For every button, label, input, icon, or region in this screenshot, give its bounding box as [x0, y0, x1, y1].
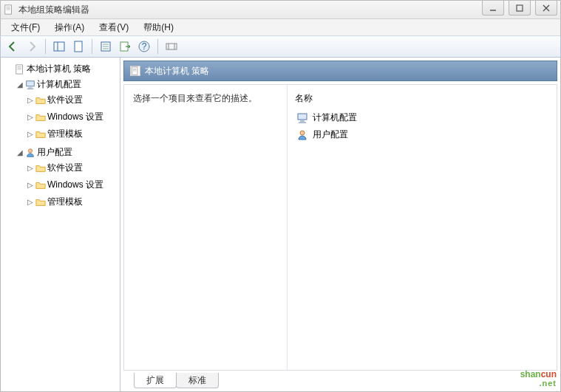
- user-icon: [296, 129, 308, 141]
- help-icon: [138, 41, 150, 52]
- tree-label: Windows 设置: [47, 111, 103, 123]
- tree-computer-templates[interactable]: ▷管理模板: [24, 127, 120, 141]
- folder-icon: [35, 112, 46, 123]
- tab-standard[interactable]: 标准: [176, 373, 219, 388]
- page-icon: [72, 41, 84, 52]
- computer-icon: [296, 112, 308, 124]
- tree-label: 管理模板: [47, 196, 83, 208]
- tree-pane: 本地计算机 策略 ◢ 计算机配置 ▷软件设置 ▷Windows 设置 ▷管理模板: [1, 58, 120, 391]
- help-button[interactable]: [135, 38, 153, 55]
- close-button[interactable]: [535, 1, 557, 16]
- expand-icon: ▷: [27, 181, 34, 189]
- menu-file[interactable]: 文件(F): [4, 20, 47, 35]
- menu-action[interactable]: 操作(A): [47, 20, 92, 35]
- title-bar: 本地组策略编辑器: [0, 0, 561, 19]
- expand-icon: ▷: [27, 96, 34, 104]
- folder-icon: [35, 197, 46, 207]
- tree-label: 用户配置: [37, 146, 72, 159]
- tree-user-software[interactable]: ▷软件设置: [24, 161, 120, 175]
- toolbar-separator: [92, 39, 92, 54]
- list-column: 名称 计算机配置 用户配置: [287, 85, 557, 370]
- tree-label: Windows 设置: [47, 179, 103, 191]
- policy-tree: 本地计算机 策略 ◢ 计算机配置 ▷软件设置 ▷Windows 设置 ▷管理模板: [1, 61, 120, 213]
- toolbar-separator: [157, 39, 158, 54]
- folder-icon: [35, 180, 46, 190]
- tree-label: 软件设置: [47, 94, 83, 106]
- tree-label: 管理模板: [47, 128, 83, 140]
- list-item-label: 用户配置: [313, 128, 348, 141]
- document-icon: [15, 64, 25, 75]
- properties-button[interactable]: [97, 38, 115, 55]
- watermark-text-b: cun: [541, 369, 557, 379]
- watermark-text-a: shan: [520, 369, 541, 379]
- view-tabs: 扩展 标准: [123, 372, 557, 388]
- tab-extended[interactable]: 扩展: [134, 373, 177, 388]
- tree-label: 软件设置: [47, 162, 83, 174]
- collapse-icon: ◢: [16, 80, 24, 89]
- main-area: 本地计算机 策略 ◢ 计算机配置 ▷软件设置 ▷Windows 设置 ▷管理模板: [0, 58, 561, 392]
- description-text: 选择一个项目来查看它的描述。: [133, 92, 278, 105]
- app-icon: [4, 4, 14, 15]
- back-button[interactable]: [4, 38, 21, 55]
- back-icon: [7, 41, 18, 52]
- filter-button[interactable]: [163, 38, 180, 55]
- window-title: 本地组策略编辑器: [18, 4, 89, 16]
- user-icon: [25, 148, 35, 158]
- tree-computer-windows[interactable]: ▷Windows 设置: [24, 110, 120, 124]
- expand-icon: ▷: [27, 198, 34, 206]
- list-item-computer-config[interactable]: 计算机配置: [295, 109, 549, 126]
- computer-icon: [25, 80, 35, 90]
- expand-icon: ▷: [27, 130, 34, 138]
- tree-label: 本地计算机 策略: [27, 63, 91, 75]
- properties-icon: [100, 41, 112, 52]
- collapse-icon: ◢: [16, 148, 24, 157]
- expand-icon: ▷: [27, 164, 34, 172]
- forward-button[interactable]: [23, 38, 41, 55]
- menu-help[interactable]: 帮助(H): [136, 20, 181, 35]
- tree-computer-software[interactable]: ▷软件设置: [24, 93, 120, 107]
- watermark-sub: .net: [520, 379, 557, 388]
- toolbar: [0, 35, 561, 58]
- list-item-user-config[interactable]: 用户配置: [295, 126, 549, 143]
- maximize-button[interactable]: [509, 1, 531, 16]
- list-item-label: 计算机配置: [313, 111, 357, 124]
- page-button[interactable]: [69, 38, 87, 55]
- folder-icon: [35, 163, 46, 173]
- export-button[interactable]: [116, 38, 134, 55]
- details-title: 本地计算机 策略: [145, 65, 209, 78]
- menu-view[interactable]: 查看(V): [92, 20, 136, 35]
- details-header: 本地计算机 策略: [123, 61, 557, 81]
- toolbar-separator: [45, 39, 46, 54]
- tree-label: 计算机配置: [37, 78, 81, 91]
- tree-root[interactable]: 本地计算机 策略: [4, 62, 120, 76]
- show-hide-tree-button[interactable]: [50, 38, 68, 55]
- folder-icon: [35, 95, 46, 106]
- export-icon: [119, 41, 131, 52]
- filmstrip-icon: [166, 41, 177, 52]
- forward-icon: [26, 41, 38, 52]
- details-pane: 本地计算机 策略 选择一个项目来查看它的描述。 名称 计算机配置 用户配置 扩展…: [120, 58, 560, 391]
- tree-user-config[interactable]: ◢ 用户配置: [14, 145, 120, 159]
- minimize-button[interactable]: [482, 1, 504, 16]
- document-icon: [130, 66, 140, 76]
- description-column: 选择一个项目来查看它的描述。: [124, 85, 287, 370]
- tree-user-templates[interactable]: ▷管理模板: [24, 195, 120, 209]
- panes-icon: [53, 41, 65, 52]
- watermark: shancun .net: [520, 364, 557, 388]
- window-controls: [482, 1, 557, 16]
- menu-bar: 文件(F) 操作(A) 查看(V) 帮助(H): [0, 19, 561, 35]
- expand-icon: ▷: [27, 113, 34, 121]
- details-body: 选择一个项目来查看它的描述。 名称 计算机配置 用户配置: [123, 84, 557, 371]
- svg-rect-22: [517, 5, 523, 11]
- tree-computer-config[interactable]: ◢ 计算机配置: [14, 78, 120, 92]
- tree-user-windows[interactable]: ▷Windows 设置: [24, 178, 120, 192]
- column-header-name[interactable]: 名称: [295, 89, 549, 109]
- folder-icon: [35, 129, 46, 140]
